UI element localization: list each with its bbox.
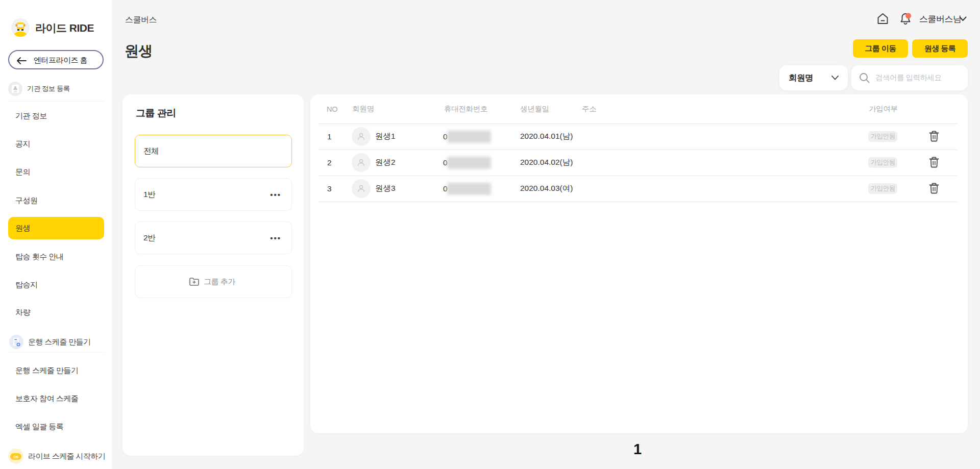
svg-text:ON: ON (13, 455, 18, 458)
